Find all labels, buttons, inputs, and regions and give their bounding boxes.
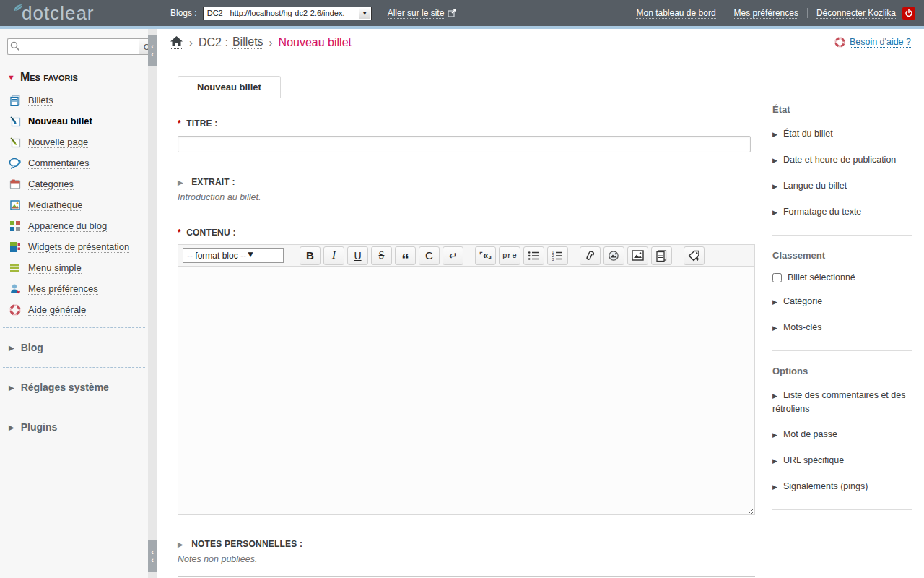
- title-input[interactable]: [178, 136, 751, 152]
- sidebar-options-panel: État ▶État du billet ▶Date et heure de p…: [772, 104, 912, 525]
- excerpt-block: ▶ Extrait : Introduction au billet.: [178, 175, 755, 202]
- tabs-row: Nouveau billet: [178, 75, 911, 98]
- panel-item-categorie[interactable]: ▶Catégorie: [772, 295, 912, 309]
- toolbar-code-button[interactable]: C: [419, 246, 440, 265]
- toolbar-image-button[interactable]: [627, 246, 648, 265]
- breadcrumb-separator: ›: [189, 36, 193, 48]
- sidebar-section-plugins[interactable]: ▶ Plugins: [0, 415, 148, 439]
- sidebar-item-mediatheque[interactable]: Médiathèque: [0, 194, 148, 215]
- breadcrumb-billets-link[interactable]: Billets: [232, 35, 263, 49]
- sidebar-item-commentaires[interactable]: Commentaires: [0, 152, 148, 173]
- fold-triangle-icon: ▶: [772, 457, 777, 465]
- toolbar-blockquote-button[interactable]: ⌜«⌟: [475, 246, 496, 265]
- add-tag-icon: [688, 250, 700, 262]
- panel-item-mot-de-passe[interactable]: ▶Mot de passe: [772, 428, 912, 441]
- categories-icon: [9, 178, 21, 190]
- panel-item-liste-commentaires[interactable]: ▶Liste des commentaires et des rétrolien…: [772, 389, 912, 415]
- home-icon: [170, 35, 183, 47]
- search-icon: [10, 41, 20, 51]
- toolbar-quote-button[interactable]: “: [395, 246, 416, 265]
- notes-hint: Notes non publiées.: [178, 554, 755, 564]
- sidebar-item-widgets[interactable]: Widgets de présentation: [0, 236, 148, 257]
- favorites-header[interactable]: ▼ Mes favoris: [7, 71, 148, 84]
- panel-item-etat-du-billet[interactable]: ▶État du billet: [772, 127, 912, 141]
- dotclear-logo[interactable]: dotclear: [13, 2, 150, 24]
- sidebar-section-blog[interactable]: ▶ Blog: [0, 335, 148, 360]
- sidebar-item-mes-preferences[interactable]: Mes préférences: [0, 278, 148, 299]
- top-bar: dotclear Blogs : DC2 - http://localhost/…: [0, 0, 924, 26]
- editor-toolbar: -- format bloc -- ▼ B I U S “ C ↵ ⌜«⌟ pr…: [178, 244, 755, 267]
- checkbox-label: Billet sélectionné: [788, 272, 855, 282]
- search-input[interactable]: [7, 38, 139, 55]
- content-block: * Contenu : -- format bloc -- ▼ B I U S …: [178, 225, 755, 518]
- panel-item-formatage-texte[interactable]: ▶Formatage du texte: [772, 205, 912, 219]
- breadcrumb-separator: ›: [269, 36, 273, 48]
- panel-item-mots-cles[interactable]: ▶Mots-clés: [772, 321, 912, 335]
- panel-item-langue-billet[interactable]: ▶Langue du billet: [772, 179, 912, 193]
- sidebar-item-label: Apparence du blog: [28, 220, 107, 232]
- etat-section-title: État: [772, 104, 912, 115]
- billet-selectionne-checkbox[interactable]: [772, 273, 782, 282]
- breadcrumb-current-page: Nouveau billet: [279, 36, 352, 49]
- posts-icon: [9, 94, 21, 106]
- logo-text: dotclear: [22, 2, 95, 24]
- toolbar-add-tag-button[interactable]: [684, 246, 705, 265]
- sidebar-item-label: Médiathèque: [28, 199, 82, 211]
- sidebar-item-apparence-du-blog[interactable]: Apparence du blog: [0, 215, 148, 236]
- preferences-link[interactable]: Mes préférences: [734, 8, 798, 19]
- sidebar-collapser[interactable]: ‹‹ ‹‹: [148, 29, 157, 578]
- toolbar-strikethrough-button[interactable]: S: [371, 246, 392, 265]
- sidebar-item-label: Commentaires: [28, 158, 90, 169]
- notes-toggle[interactable]: ▶ Notes personnelles :: [178, 537, 755, 550]
- fold-triangle-icon: ▶: [9, 384, 14, 392]
- sidebar-item-billets[interactable]: Billets: [0, 90, 148, 111]
- panel-item-date-publication[interactable]: ▶Date et heure de publication: [772, 153, 912, 167]
- panel-item-signalements[interactable]: ▶Signalements (pings): [772, 480, 912, 493]
- image-icon: [632, 250, 644, 261]
- logout-link[interactable]: Déconnecter Kozlika: [816, 8, 896, 19]
- toolbar-unordered-list-button[interactable]: [523, 246, 544, 265]
- sidebar-item-nouvelle-page[interactable]: Nouvelle page: [0, 131, 148, 152]
- tab-nouveau-billet[interactable]: Nouveau billet: [178, 76, 281, 98]
- dropdown-arrow-icon: ▼: [359, 8, 370, 19]
- logout-power-button[interactable]: [902, 7, 915, 20]
- toolbar-ordered-list-button[interactable]: 123: [547, 246, 568, 265]
- toolbar-underline-button[interactable]: U: [347, 246, 368, 265]
- sidebar-item-label: Catégories: [28, 178, 74, 190]
- blog-select[interactable]: DC2 - http://localhost/hg-dc2-2.6/index.…: [203, 7, 372, 20]
- toolbar-italic-button[interactable]: I: [323, 246, 344, 265]
- favorites-triangle-icon: ▼: [7, 73, 15, 82]
- excerpt-toggle[interactable]: ▶ Extrait :: [178, 175, 755, 188]
- help-link[interactable]: Besoin d'aide ?: [850, 37, 911, 48]
- block-format-select[interactable]: -- format bloc -- ▼: [183, 248, 284, 263]
- toolbar-bold-button[interactable]: B: [300, 246, 321, 265]
- dashboard-link[interactable]: Mon tableau de bord: [636, 8, 715, 19]
- help-icon: [9, 303, 21, 316]
- go-to-site-link[interactable]: Aller sur le site: [388, 8, 445, 19]
- chevron-collapse-icon[interactable]: ‹‹: [148, 35, 157, 66]
- notes-label: Notes personnelles :: [191, 539, 302, 549]
- toolbar-line-break-button[interactable]: ↵: [443, 246, 463, 265]
- toolbar-citation-button[interactable]: [651, 246, 672, 265]
- sidebar-section-reglages-systeme[interactable]: ▶ Réglages système: [0, 375, 148, 400]
- panel-divider: [772, 509, 912, 510]
- toolbar-link-button[interactable]: [580, 246, 601, 265]
- content-textarea[interactable]: [178, 267, 755, 515]
- panel-item-url-specifique[interactable]: ▶URL spécifique: [772, 454, 912, 467]
- fold-triangle-icon: ▶: [9, 423, 14, 431]
- panel-divider: [772, 350, 912, 351]
- help-ring-icon: [834, 37, 845, 48]
- unordered-list-icon: [528, 251, 539, 261]
- home-link[interactable]: [170, 35, 183, 49]
- sidebar-divider: [3, 407, 145, 407]
- sidebar-item-aide-generale[interactable]: Aide générale: [0, 299, 148, 320]
- sidebar-item-menu-simple[interactable]: Menu simple: [0, 257, 148, 278]
- fold-triangle-icon: ▶: [772, 392, 777, 400]
- sidebar-item-categories[interactable]: Catégories: [0, 173, 148, 194]
- toolbar-pre-button[interactable]: pre: [499, 246, 520, 265]
- toolbar-external-media-button[interactable]: [603, 246, 624, 265]
- block-format-value: -- format bloc --: [187, 251, 246, 261]
- sidebar-item-nouveau-billet[interactable]: Nouveau billet: [0, 111, 148, 131]
- new-page-icon: [9, 136, 21, 148]
- chevron-collapse-icon[interactable]: ‹‹: [148, 540, 157, 572]
